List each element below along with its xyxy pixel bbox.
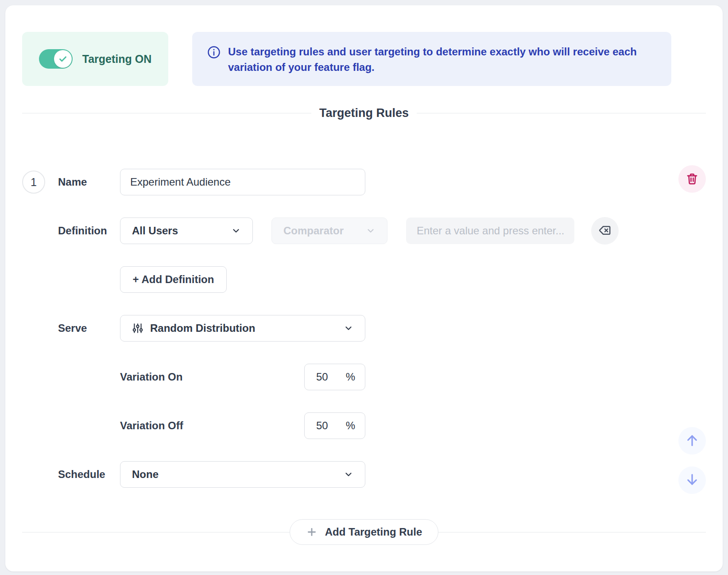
add-targeting-rule-button[interactable]: Add Targeting Rule (290, 519, 439, 545)
chevron-down-icon (344, 470, 353, 479)
rule-name-row: 1 Name (22, 169, 656, 195)
rule-serve-row: Serve Random Distribution (22, 315, 656, 342)
plus-icon (306, 526, 318, 538)
section-title-row: Targeting Rules (22, 106, 706, 120)
chevron-down-icon (344, 323, 353, 333)
arrow-down-icon (685, 472, 700, 489)
backspace-icon (598, 224, 612, 238)
info-banner-text: Use targeting rules and user targeting t… (228, 44, 645, 75)
schedule-select-value: None (132, 468, 159, 481)
trash-icon (685, 172, 699, 186)
add-targeting-rule-label: Add Targeting Rule (325, 526, 422, 538)
chevron-down-icon (366, 226, 376, 236)
rule-definition-row: Definition All Users Comparator (22, 218, 656, 244)
footer: Add Targeting Rule (22, 519, 706, 545)
info-icon (207, 46, 221, 61)
page: Targeting ON Use targeting rules and use… (0, 0, 728, 575)
targeting-toggle-box: Targeting ON (22, 32, 168, 86)
variation-off-unit: % (346, 420, 355, 432)
serve-label: Serve (58, 322, 120, 334)
targeting-rule: 1 Name Definition All Users Comparator (22, 169, 656, 510)
divider-left (22, 113, 311, 113)
variation-off-label: Variation Off (120, 420, 304, 432)
variation-on-label: Variation On (120, 371, 304, 383)
comparator-select[interactable]: Comparator (271, 218, 387, 244)
attribute-select-value: All Users (132, 225, 178, 237)
variation-on-unit: % (346, 371, 355, 383)
comparator-placeholder: Comparator (283, 225, 344, 237)
variation-off-field: % (304, 412, 365, 439)
variation-off-input[interactable] (316, 420, 339, 432)
variation-on-field: % (304, 364, 365, 390)
name-label: Name (58, 176, 120, 188)
rule-name-input[interactable] (120, 169, 365, 195)
schedule-label: Schedule (58, 468, 120, 481)
rule-number-badge: 1 (22, 171, 45, 194)
add-definition-button[interactable]: + Add Definition (120, 266, 227, 293)
attribute-select[interactable]: All Users (120, 218, 253, 244)
targeting-toggle-label: Targeting ON (82, 53, 151, 66)
arrow-up-icon (685, 433, 700, 449)
serve-select-value: Random Distribution (150, 322, 255, 334)
move-rule-up-button[interactable] (678, 427, 706, 455)
rule-schedule-row: Schedule None (22, 461, 656, 488)
targeting-toggle[interactable] (39, 49, 73, 69)
serve-select[interactable]: Random Distribution (120, 315, 365, 342)
variation-off-row: Variation Off % (22, 412, 656, 439)
move-rule-down-button[interactable] (678, 466, 706, 494)
delete-rule-button[interactable] (678, 165, 706, 193)
schedule-select[interactable]: None (120, 461, 365, 488)
info-banner: Use targeting rules and user targeting t… (192, 32, 671, 86)
toggle-check-icon (54, 50, 72, 68)
clear-value-button[interactable] (591, 217, 619, 245)
chevron-down-icon (231, 226, 241, 236)
add-definition-row: + Add Definition (22, 266, 656, 293)
divider-right (417, 113, 706, 113)
definition-value-input[interactable] (406, 218, 574, 244)
definition-label: Definition (58, 225, 120, 237)
section-title: Targeting Rules (319, 106, 409, 120)
targeting-card: Targeting ON Use targeting rules and use… (5, 5, 723, 571)
sliders-icon (132, 322, 143, 334)
variation-on-input[interactable] (316, 371, 339, 383)
variation-on-row: Variation On % (22, 364, 656, 390)
